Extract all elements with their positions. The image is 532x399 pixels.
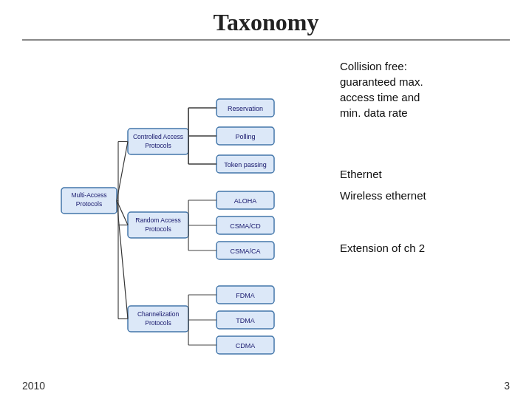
svg-text:Protocols: Protocols <box>145 225 171 233</box>
footer-year: 2010 <box>22 380 45 392</box>
annotations-area: Collision free: guaranteed max. access t… <box>332 51 517 372</box>
svg-text:FDMA: FDMA <box>236 292 255 299</box>
collision-free-text: Collision free: guaranteed max. access t… <box>340 58 517 120</box>
svg-text:Controlled Access: Controlled Access <box>133 133 183 140</box>
taxonomy-diagram: Multi-Access Protocols Controlled Access… <box>15 51 325 369</box>
svg-text:Random Access: Random Access <box>135 216 180 224</box>
diagram-area: Multi-Access Protocols Controlled Access… <box>15 51 332 372</box>
page-title: Taxonomy <box>0 9 532 36</box>
wireless-ethernet-text: Wireless ethernet <box>340 188 517 203</box>
svg-text:Protocols: Protocols <box>145 319 171 327</box>
wireless-ethernet-annotation: Wireless ethernet <box>340 188 517 203</box>
extension-annotation: Extension of ch 2 <box>340 240 517 256</box>
collision-free-annotation: Collision free: guaranteed max. access t… <box>340 58 517 120</box>
svg-line-39 <box>188 108 216 142</box>
ethernet-text: Ethernet <box>340 166 517 182</box>
svg-text:TDMA: TDMA <box>236 317 255 324</box>
svg-text:Token passing: Token passing <box>224 161 267 168</box>
page: Taxonomy Multi-Access Protocols Controll… <box>0 0 532 399</box>
svg-text:ALOHA: ALOHA <box>234 197 257 205</box>
extension-text: Extension of ch 2 <box>340 240 517 256</box>
svg-text:Reservation: Reservation <box>228 105 263 112</box>
svg-text:CDMA: CDMA <box>236 342 256 349</box>
svg-text:Protocols: Protocols <box>145 142 171 149</box>
footer-page: 3 <box>504 380 510 392</box>
svg-text:Protocols: Protocols <box>76 200 102 208</box>
content-area: Multi-Access Protocols Controlled Access… <box>0 51 532 372</box>
svg-text:Multi-Access: Multi-Access <box>71 191 106 199</box>
footer: 2010 3 <box>22 380 510 392</box>
title-area: Taxonomy <box>0 0 532 44</box>
svg-text:Polling: Polling <box>235 133 255 140</box>
svg-text:Channelization: Channelization <box>137 310 180 318</box>
title-divider <box>22 39 510 41</box>
ethernet-annotation: Ethernet <box>340 166 517 182</box>
svg-text:CSMA/CA: CSMA/CA <box>230 248 260 255</box>
svg-text:CSMA/CD: CSMA/CD <box>230 222 261 230</box>
